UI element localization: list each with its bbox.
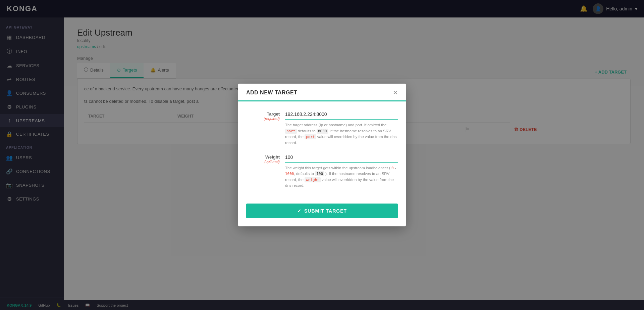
port-default-code: 8000 (317, 129, 328, 134)
modal-overlay[interactable]: ADD NEW TARGET ✕ Target (required) The t… (0, 0, 644, 310)
target-required-label: (required) (246, 117, 280, 121)
submit-target-button[interactable]: ✓ SUBMIT TARGET (246, 204, 398, 218)
target-label-col: Target (required) (246, 109, 280, 121)
weight-input-col: The weight this target gets within the u… (285, 152, 398, 189)
weight-input[interactable] (285, 152, 398, 163)
weight-hint: The weight this target gets within the u… (285, 165, 398, 189)
weight-range-start: 0 (391, 166, 394, 170)
weight-form-group: Weight (optional) The weight this target… (246, 152, 398, 189)
modal-header: ADD NEW TARGET ✕ (238, 84, 406, 101)
weight-code: weight (305, 177, 321, 182)
submit-label: SUBMIT TARGET (304, 208, 347, 214)
target-form-group: Target (required) The target address (Ip… (246, 109, 398, 146)
target-hint: The target address (Ip or hostname) and … (285, 122, 398, 146)
target-label: Target (246, 112, 280, 117)
add-new-target-modal: ADD NEW TARGET ✕ Target (required) The t… (238, 84, 406, 226)
weight-range-end: 1000 (285, 172, 294, 176)
modal-title: ADD NEW TARGET (246, 90, 297, 96)
modal-body: Target (required) The target address (Ip… (238, 101, 406, 203)
weight-optional-label: (optional) (246, 160, 280, 164)
port-code2: port (305, 134, 316, 139)
target-input[interactable] (285, 109, 398, 120)
weight-default-code: 100 (315, 171, 324, 176)
close-icon[interactable]: ✕ (393, 90, 398, 96)
target-input-col: The target address (Ip or hostname) and … (285, 109, 398, 146)
weight-label-col: Weight (optional) (246, 152, 280, 164)
weight-label: Weight (246, 154, 280, 160)
port-code1: port (285, 129, 297, 134)
submit-check-icon: ✓ (297, 208, 302, 214)
modal-footer: ✓ SUBMIT TARGET (238, 204, 406, 226)
